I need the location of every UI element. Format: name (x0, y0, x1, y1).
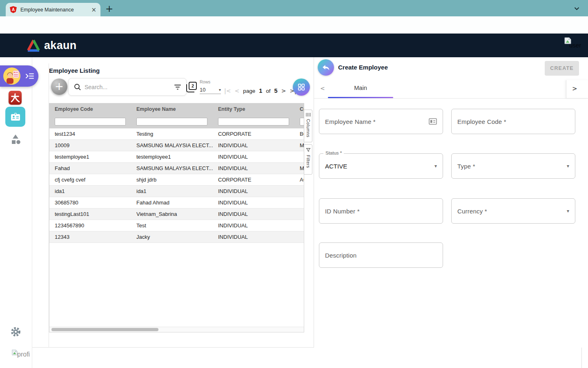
columns-side-tab[interactable]: Columns (304, 110, 312, 142)
filter-input-entity-type[interactable] (218, 118, 289, 126)
browser-tab[interactable]: A Employee Maintenance × (6, 3, 100, 16)
table-row[interactable]: 10009 SAMSUNG MALAYSIA ELECT... INDIVIDU… (49, 140, 304, 151)
tab-search-chevron-icon[interactable] (574, 7, 579, 11)
table-row[interactable]: Fahad SAMSUNG MALAYSIA ELECT... INDIVIDU… (49, 163, 304, 174)
scrollbar-thumb[interactable] (51, 328, 158, 331)
tab-main[interactable]: Main (328, 85, 393, 91)
of-label: of (266, 88, 270, 94)
new-tab-button[interactable]: + (105, 3, 113, 14)
rows-per-page-select[interactable]: 10 ▾ (200, 85, 221, 94)
next-page-button[interactable]: > (281, 88, 286, 94)
cell-entity-type: INDIVIDUAL (213, 165, 294, 171)
caret-down-icon: ▾ (567, 208, 569, 214)
horizontal-scrollbar[interactable] (49, 327, 304, 332)
employee-table: Employee Code Employee Name Entity Type … (49, 103, 304, 332)
pages-badge: 2 (189, 82, 197, 90)
column-header[interactable]: Employee Code (49, 106, 131, 112)
search-input[interactable] (85, 84, 174, 90)
profile-broken-image[interactable]: profi (11, 349, 18, 358)
cell-employee-code: testemployee1 (49, 154, 131, 160)
table-row[interactable]: cfj cvefg cvef shjd jdrb CORPORATE AC (49, 174, 304, 186)
contact-card-icon[interactable] (429, 118, 437, 125)
search-box (68, 78, 187, 96)
table-row[interactable]: 1234567890 Test INDIVIDUAL (49, 220, 304, 231)
right-edge-line (581, 348, 582, 368)
employee-code-field[interactable]: Employee Code * (451, 109, 575, 134)
filter-input-employee-code[interactable] (55, 118, 126, 126)
tab-scroll-left-icon[interactable]: < (320, 85, 325, 92)
grid-view-button[interactable] (293, 79, 310, 96)
cell-currency: BO (294, 131, 304, 137)
status-value: ACTIVE (325, 163, 347, 170)
table-row[interactable]: test1234 Testing CORPORATE BO (49, 128, 304, 140)
column-header[interactable]: Entity Type (213, 106, 294, 112)
table-row[interactable]: 12343 Jacky INDIVIDUAL (49, 231, 304, 243)
status-label: Status * (323, 150, 344, 155)
multi-page-icon[interactable]: 2 (188, 83, 198, 92)
cell-employee-name: testemployee1 (131, 154, 213, 160)
akaun-logo[interactable]: akaun (26, 39, 77, 52)
form-tab-bar: < Main > (314, 80, 588, 99)
tab-scroll-right[interactable]: > (566, 80, 588, 98)
employee-name-label: Employee Name * (325, 118, 376, 125)
cell-employee-code: 30685780 (49, 200, 131, 206)
sidebar-item-red-applet[interactable] (9, 91, 22, 105)
add-employee-button[interactable]: + (51, 79, 67, 95)
create-button[interactable]: CREATE (545, 61, 579, 76)
filter-input-employee-name[interactable] (136, 118, 207, 126)
total-pages: 5 (274, 88, 278, 94)
description-label: Description (325, 252, 356, 259)
column-header[interactable]: Cu (294, 106, 304, 112)
cell-employee-code: cfj cvefg cvef (49, 177, 131, 183)
first-page-button[interactable]: |< (224, 88, 231, 94)
cell-employee-name: shjd jdrb (131, 177, 213, 183)
filter-list-icon[interactable] (174, 83, 181, 91)
id-badge-icon (10, 111, 21, 123)
cell-employee-code: testingLast101 (49, 211, 131, 217)
grid-icon (296, 82, 306, 92)
user-avatar-broken-image[interactable]: user (564, 37, 572, 47)
id-number-label: ID Number * (325, 208, 360, 215)
drag-handle-icon (306, 113, 311, 117)
cell-employee-name: SAMSUNG MALAYSIA ELECT... (131, 165, 213, 171)
prev-page-button[interactable]: < (234, 88, 239, 94)
cell-employee-name: Test (131, 222, 213, 229)
cell-entity-type: INDIVIDUAL (213, 188, 294, 194)
tab-close-icon[interactable]: × (91, 6, 96, 13)
back-button[interactable] (318, 59, 334, 76)
table-row[interactable]: ida1 ida1 INDIVIDUAL (49, 186, 304, 197)
brand-name: akaun (44, 39, 77, 52)
currency-label: Currency * (457, 208, 487, 215)
profile-cartoon-avatar (3, 67, 21, 85)
table-row[interactable]: 30685780 Fahad Ahmad INDIVIDUAL (49, 197, 304, 209)
cell-currency: M (294, 142, 304, 148)
page-label: page (243, 88, 255, 94)
caret-down-icon: ▾ (567, 163, 569, 169)
cell-currency: M (294, 165, 304, 171)
type-select[interactable]: Type * ▾ (451, 153, 575, 179)
table-filter-row (49, 115, 304, 128)
column-header[interactable]: Employee Name (131, 106, 213, 112)
screen: A Employee Maintenance × + akaun.cloud/#… (0, 0, 588, 368)
browser-toolbar: akaun.cloud/#/applets/wavelet/erp/entity… (0, 16, 588, 34)
active-tab-indicator (328, 97, 393, 98)
current-page: 1 (259, 88, 262, 94)
table-row[interactable]: testemployee1 testemployee1 INDIVIDUAL (49, 151, 304, 163)
id-number-field[interactable]: ID Number * (319, 198, 443, 224)
pagination: |< < page 1 of 5 > >| (224, 86, 296, 96)
cell-entity-type: INDIVIDUAL (213, 211, 294, 217)
description-field[interactable]: Description (319, 242, 443, 268)
table-row[interactable]: testingLast101 Vietnam_Sabrina INDIVIDUA… (49, 209, 304, 220)
filters-side-tab[interactable]: Filters (304, 144, 312, 175)
cell-employee-code: test1234 (49, 131, 131, 137)
status-select[interactable]: Status * ACTIVE ▾ (319, 153, 443, 179)
cell-entity-type: CORPORATE (213, 131, 294, 137)
profile-pill[interactable] (0, 65, 38, 87)
cell-employee-name: Jacky (131, 234, 213, 240)
sidebar-item-employee-applet[interactable] (5, 107, 25, 127)
settings-gear-icon[interactable] (10, 326, 21, 339)
employee-name-field[interactable]: Employee Name * (319, 109, 443, 134)
currency-select[interactable]: Currency * ▾ (451, 198, 575, 224)
sidebar-item-shapes[interactable] (9, 134, 22, 148)
sidebar-toggle-icon[interactable] (25, 72, 34, 80)
